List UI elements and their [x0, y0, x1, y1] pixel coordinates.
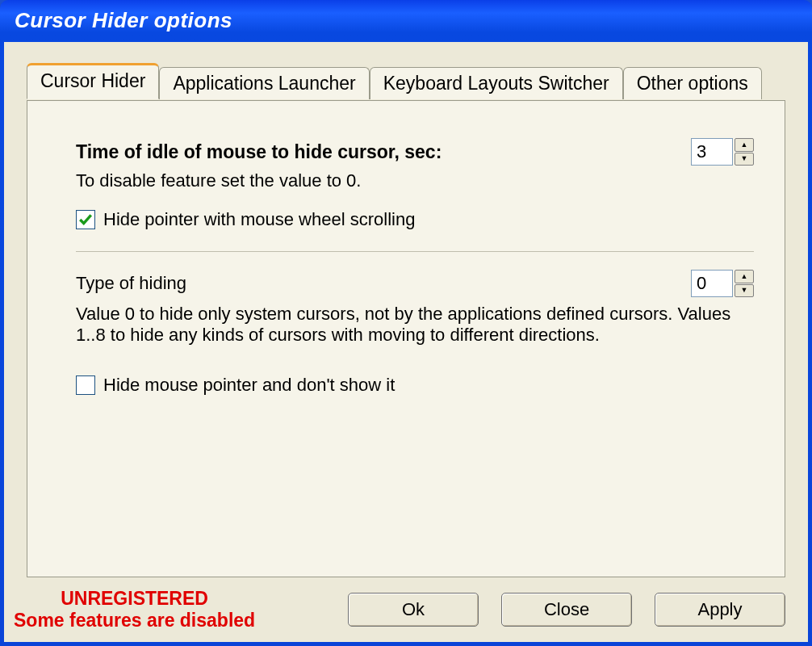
tab-label: Other options [637, 73, 748, 94]
hide-wheel-checkbox[interactable] [76, 210, 95, 229]
tab-panel-cursor-hider: Time of idle of mouse to hide cursor, se… [27, 100, 785, 577]
idle-time-up-button[interactable]: ▲ [735, 138, 754, 152]
button-bar: Ok Close Apply [348, 593, 785, 627]
tab-applications-launcher[interactable]: Applications Launcher [159, 67, 369, 99]
unregistered-line1: UNREGISTERED [14, 588, 255, 610]
type-of-hiding-input[interactable] [691, 270, 733, 297]
type-down-button[interactable]: ▼ [735, 284, 754, 298]
window-title: Cursor Hider options [0, 0, 812, 42]
idle-time-input[interactable] [691, 138, 733, 166]
tab-keyboard-layouts-switcher[interactable]: Keyboard Layouts Switcher [370, 67, 623, 99]
client-area: Cursor Hider Applications Launcher Keybo… [4, 42, 808, 642]
idle-time-label: Time of idle of mouse to hide cursor, se… [76, 141, 442, 163]
close-button[interactable]: Close [501, 593, 632, 627]
window: Cursor Hider options Cursor Hider Applic… [0, 0, 812, 646]
hide-wheel-label: Hide pointer with mouse wheel scrolling [103, 209, 415, 230]
hide-always-label: Hide mouse pointer and don't show it [103, 375, 395, 396]
tab-other-options[interactable]: Other options [623, 67, 762, 99]
separator [76, 251, 754, 252]
tab-cursor-hider[interactable]: Cursor Hider [27, 63, 159, 99]
type-of-hiding-help: Value 0 to hide only system cursors, not… [76, 304, 754, 346]
ok-button[interactable]: Ok [348, 593, 479, 627]
type-of-hiding-spinner: ▲ ▼ [691, 270, 754, 297]
tab-label: Keyboard Layouts Switcher [383, 73, 609, 94]
dialog-footer: UNREGISTERED Some features are disabled … [14, 588, 785, 632]
idle-time-down-button[interactable]: ▼ [735, 153, 754, 166]
type-of-hiding-label: Type of hiding [76, 273, 186, 294]
checkmark-icon [78, 212, 93, 227]
type-of-hiding-row: Type of hiding ▲ ▼ [76, 270, 754, 297]
idle-time-row: Time of idle of mouse to hide cursor, se… [76, 138, 754, 166]
idle-time-spinner: ▲ ▼ [691, 138, 754, 166]
unregistered-line2: Some features are disabled [14, 610, 255, 632]
hide-wheel-row: Hide pointer with mouse wheel scrolling [76, 209, 754, 230]
idle-time-help: To disable feature set the value to 0. [76, 170, 754, 191]
hide-always-row: Hide mouse pointer and don't show it [76, 375, 754, 396]
tab-label: Applications Launcher [173, 73, 355, 94]
type-up-button[interactable]: ▲ [735, 270, 754, 283]
apply-button[interactable]: Apply [655, 593, 785, 627]
tab-label: Cursor Hider [40, 70, 145, 91]
tab-strip: Cursor Hider Applications Launcher Keybo… [27, 66, 762, 99]
hide-always-checkbox[interactable] [76, 375, 95, 395]
unregistered-notice: UNREGISTERED Some features are disabled [14, 588, 255, 632]
